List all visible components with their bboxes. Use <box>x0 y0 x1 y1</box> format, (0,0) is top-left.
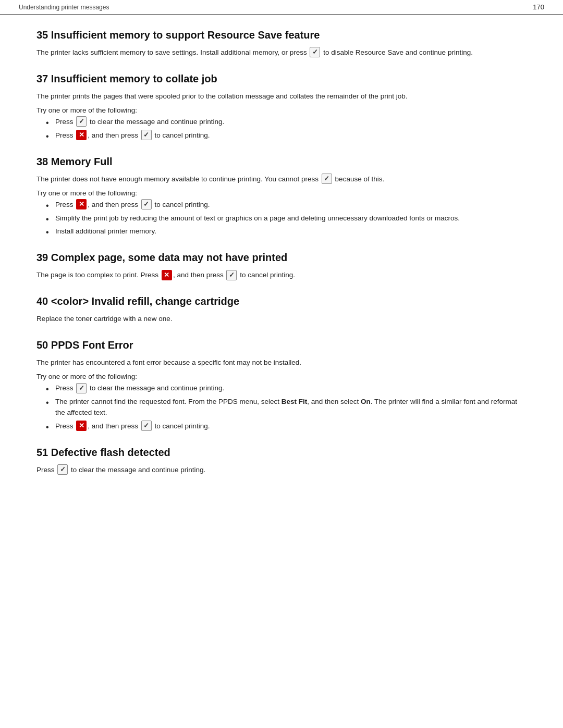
header-page-number: 170 <box>533 3 544 11</box>
section-35-body: The printer lacks sufficient memory to s… <box>36 47 527 58</box>
section-38-bullets: Press , and then press to cancel printin… <box>46 200 527 238</box>
section-37-body: The printer prints the pages that were s… <box>36 91 527 102</box>
check-button-icon <box>141 130 152 140</box>
check-button-icon <box>226 270 237 280</box>
check-button-icon <box>57 464 68 475</box>
bullet-item: Press to clear the message and continue … <box>46 383 527 394</box>
section-39-body: The page is too complex to print. Press … <box>36 270 527 281</box>
section-40-title: 40 <color> Invalid refill, change cartri… <box>36 295 527 307</box>
section-37-try: Try one or more of the following: <box>36 106 527 114</box>
section-38: 38 Memory Full The printer does not have… <box>36 156 527 238</box>
section-35-title: 35 Insufficient memory to support Resour… <box>36 29 527 41</box>
section-38-body: The printer does not have enough memory … <box>36 174 527 185</box>
section-51: 51 Defective flash detected Press to cle… <box>36 447 527 476</box>
check-button-icon <box>310 47 320 57</box>
check-button-icon <box>141 199 152 209</box>
section-51-body: Press to clear the message and continue … <box>36 465 527 476</box>
section-50-title: 50 PPDS Font Error <box>36 339 527 351</box>
section-37-bullets: Press to clear the message and continue … <box>46 117 527 141</box>
check-button-icon <box>141 421 152 431</box>
section-50-body: The printer has encountered a font error… <box>36 357 527 368</box>
section-50: 50 PPDS Font Error The printer has encou… <box>36 339 527 432</box>
section-39-title: 39 Complex page, some data may not have … <box>36 252 527 264</box>
section-38-title: 38 Memory Full <box>36 156 527 168</box>
section-37: 37 Insufficient memory to collate job Th… <box>36 73 527 141</box>
check-button-icon <box>322 174 332 184</box>
section-40: 40 <color> Invalid refill, change cartri… <box>36 295 527 325</box>
bold-on: On <box>361 398 371 405</box>
section-35: 35 Insufficient memory to support Resour… <box>36 29 527 58</box>
section-39: 39 Complex page, some data may not have … <box>36 252 527 281</box>
bullet-item: Press , and then press to cancel printin… <box>46 421 527 432</box>
bullet-item: Press , and then press to cancel printin… <box>46 200 527 211</box>
section-37-title: 37 Insufficient memory to collate job <box>36 73 527 85</box>
bullet-item: The printer cannot find the requested fo… <box>46 397 527 418</box>
header-bar: Understanding printer messages 170 <box>0 0 563 15</box>
section-50-try: Try one or more of the following: <box>36 373 527 380</box>
bold-best-fit: Best Fit <box>282 398 308 405</box>
bullet-item: Install additional printer memory. <box>46 226 527 237</box>
bullet-item: Press to clear the message and continue … <box>46 117 527 128</box>
section-50-bullets: Press to clear the message and continue … <box>46 383 527 432</box>
bullet-item: Simplify the print job by reducing the a… <box>46 213 527 224</box>
check-button-icon <box>76 116 87 127</box>
section-38-try: Try one or more of the following: <box>36 189 527 197</box>
x-button-icon <box>76 421 87 431</box>
main-content: 35 Insufficient memory to support Resour… <box>0 15 563 511</box>
x-button-icon <box>76 199 87 209</box>
x-button-icon <box>162 270 172 280</box>
bullet-item: Press , and then press to cancel printin… <box>46 130 527 141</box>
header-left: Understanding printer messages <box>19 4 109 11</box>
section-51-title: 51 Defective flash detected <box>36 447 527 459</box>
x-button-icon <box>76 130 87 140</box>
check-button-icon <box>76 383 87 393</box>
section-40-body: Replace the toner cartridge with a new o… <box>36 314 527 325</box>
